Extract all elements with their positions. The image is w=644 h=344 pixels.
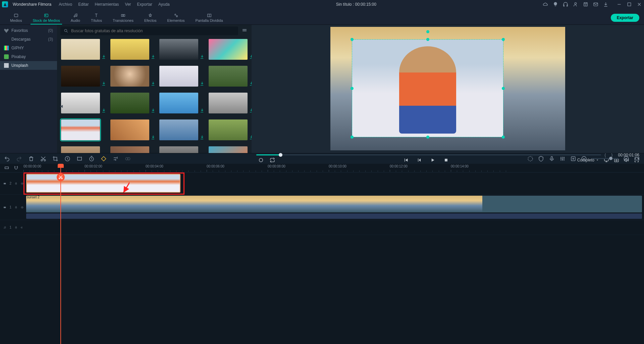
menu-ayuda[interactable]: Ayuda — [158, 2, 170, 7]
media-thumb[interactable] — [209, 119, 248, 140]
sidebar-item-favoritos[interactable]: Favoritos(0) — [0, 26, 57, 35]
download-thumb-icon[interactable] — [151, 54, 155, 59]
eye-icon[interactable] — [21, 182, 23, 186]
stop-icon[interactable] — [443, 157, 449, 163]
mute-icon[interactable] — [21, 226, 23, 230]
download-thumb-icon[interactable] — [200, 108, 204, 113]
green-screen-icon[interactable] — [125, 156, 131, 162]
split-clip-icon[interactable] — [57, 173, 65, 181]
color-match-icon[interactable] — [101, 156, 107, 162]
record-icon[interactable] — [258, 157, 264, 163]
tab-elementos[interactable]: Elementos — [162, 12, 190, 24]
menu-editar[interactable]: Editar — [78, 2, 89, 7]
menu-herramientas[interactable]: Herramientas — [95, 2, 119, 7]
voiceover-icon[interactable] — [549, 156, 555, 162]
track-head-a1[interactable]: 1 — [0, 220, 23, 235]
rotate-handle[interactable] — [426, 30, 429, 33]
media-thumb[interactable] — [159, 146, 198, 153]
download-thumb-icon[interactable] — [200, 54, 204, 59]
lightbulb-icon[interactable] — [553, 2, 558, 7]
crop-icon[interactable] — [52, 156, 58, 162]
preview-canvas[interactable] — [330, 27, 565, 150]
media-thumb[interactable] — [110, 93, 149, 113]
download-thumb-icon[interactable] — [249, 81, 252, 86]
cut-icon[interactable] — [40, 156, 46, 162]
download-thumb-icon[interactable] — [151, 81, 155, 86]
duration-icon[interactable] — [89, 156, 95, 162]
media-thumb[interactable] — [159, 119, 198, 140]
tab-titulos[interactable]: Títulos — [86, 12, 107, 24]
save-icon[interactable] — [583, 2, 588, 7]
media-thumb[interactable] — [209, 93, 248, 113]
cloud-icon[interactable] — [543, 2, 548, 7]
speed-icon[interactable] — [64, 156, 70, 162]
download-icon[interactable] — [603, 2, 608, 7]
timeline-ruler[interactable]: 00:00:00:0000:00:02:0000:00:04:0000:00:0… — [23, 164, 644, 172]
menu-exportar[interactable]: Exportar — [137, 2, 152, 7]
media-thumb[interactable] — [209, 39, 248, 60]
eye-icon[interactable] — [21, 205, 23, 209]
sidebar-item-pixabay[interactable]: Pixabay — [0, 52, 57, 61]
mixer-icon[interactable] — [559, 156, 566, 162]
media-thumb[interactable] — [159, 39, 198, 60]
resize-handle[interactable] — [502, 136, 505, 139]
resize-handle[interactable] — [502, 38, 505, 41]
magnet-icon[interactable] — [13, 165, 19, 171]
sidebar-item-descargas[interactable]: Descargas(3) — [0, 35, 57, 44]
resize-handle[interactable] — [351, 38, 354, 41]
resize-handle[interactable] — [351, 87, 354, 90]
tab-audio[interactable]: Audio — [65, 12, 86, 24]
overlay-clip[interactable] — [352, 40, 503, 137]
menu-archivo[interactable]: Archivo — [59, 2, 72, 7]
media-thumb[interactable] — [159, 66, 198, 87]
undo-icon[interactable] — [4, 156, 10, 162]
zoom-out-icon[interactable] — [581, 156, 587, 162]
grid-view-toggle[interactable] — [241, 27, 248, 35]
timeline-clip-main[interactable] — [26, 196, 642, 212]
tab-stock-medios[interactable]: Stock de Medios — [27, 12, 65, 24]
download-thumb-icon[interactable] — [249, 135, 252, 140]
tab-transiciones[interactable]: Transiciones — [107, 12, 139, 24]
zoom-in-icon[interactable] — [623, 156, 629, 162]
freeze-frame-icon[interactable] — [76, 156, 83, 162]
tab-efectos[interactable]: Efectos — [139, 12, 162, 24]
menu-ver[interactable]: Ver — [125, 2, 131, 7]
scroll-left-icon[interactable]: ◄ — [59, 103, 64, 109]
resize-handle[interactable] — [426, 136, 429, 139]
download-thumb-icon[interactable] — [249, 54, 252, 59]
headphones-icon[interactable] — [563, 2, 568, 7]
tab-medios[interactable]: Medios — [5, 12, 27, 24]
clip-effect-bar[interactable] — [26, 213, 642, 219]
download-thumb-icon[interactable] — [200, 135, 204, 140]
window-maximize-icon[interactable] — [627, 2, 632, 7]
media-thumb[interactable] — [110, 146, 149, 153]
redo-icon[interactable] — [16, 156, 22, 162]
marker-icon[interactable] — [538, 156, 544, 162]
tab-pantalla-dividida[interactable]: Pantalla Dividida — [190, 12, 228, 24]
lock-icon[interactable] — [15, 226, 17, 229]
export-button[interactable]: Exportar — [611, 14, 639, 22]
sidebar-item-unsplash[interactable]: Unsplash — [0, 61, 57, 70]
download-thumb-icon[interactable] — [101, 108, 106, 113]
scrubber-thumb[interactable] — [279, 153, 282, 157]
resize-handle[interactable] — [426, 38, 429, 41]
download-thumb-icon[interactable] — [200, 81, 204, 86]
delete-icon[interactable] — [28, 156, 34, 162]
resize-handle[interactable] — [351, 136, 354, 139]
search-input[interactable] — [71, 29, 235, 33]
lock-icon[interactable] — [15, 205, 17, 209]
track-head-v1[interactable]: 1 — [0, 195, 23, 220]
timeline-playhead[interactable] — [60, 164, 61, 344]
prev-frame-icon[interactable] — [403, 157, 409, 163]
preview-scrubber[interactable] — [256, 154, 601, 155]
media-thumb[interactable] — [209, 146, 248, 153]
search-box[interactable] — [60, 27, 238, 35]
media-thumb[interactable] — [61, 146, 100, 153]
download-thumb-icon[interactable] — [101, 81, 106, 86]
loop-icon[interactable] — [270, 157, 275, 163]
lock-icon[interactable] — [15, 182, 17, 185]
add-track-icon[interactable] — [570, 156, 576, 162]
adjust-icon[interactable] — [113, 156, 119, 162]
media-thumb[interactable] — [61, 93, 100, 113]
media-thumb-selected[interactable] — [61, 119, 100, 140]
